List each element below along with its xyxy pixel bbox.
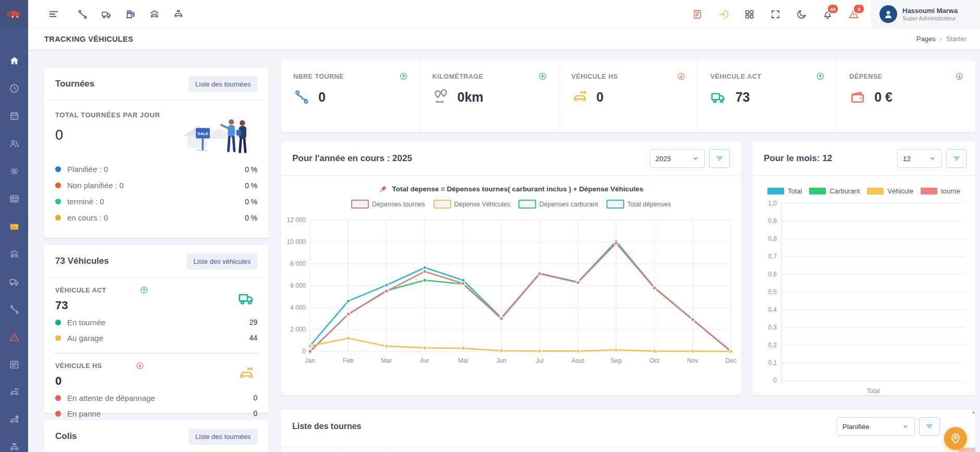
breadcrumb-section[interactable]: Pages [916, 35, 936, 43]
chart-legend-item[interactable]: Véhicule [867, 187, 913, 195]
legend-dot [55, 166, 61, 172]
alert-triangle-icon[interactable]: 3 [847, 8, 860, 20]
user-name: Hassoumi Marwa [902, 7, 958, 15]
sidebar-item-wallet-icon[interactable] [0, 216, 28, 237]
chart-legend-item[interactable]: Total [767, 187, 802, 195]
sidebar-item-alert-triangle-icon[interactable] [0, 326, 28, 347]
stat-card-nbre-tourne: NBRE TOURNE 0 [281, 60, 420, 132]
tournees-card: Tournées Liste des tournées TOTAL TOURNÉ… [44, 68, 269, 238]
chart-legend-item[interactable]: Dépense Véhicules [433, 200, 511, 209]
legend-swatch [767, 188, 784, 194]
stat-label: NBRE TOURNE [293, 73, 407, 80]
svg-text:0,6: 0,6 [768, 271, 777, 278]
year-chart-card: Pour l'année en cours : 2025 2025 Total … [281, 142, 741, 395]
vehicles-sections: VÉHICULE ACT 73 En tournée 29 Au garage … [44, 278, 269, 426]
svg-text:12 000: 12 000 [287, 216, 306, 224]
sidebar-item-gear-icon[interactable] [0, 161, 28, 181]
year-chart-title: Pour l'année en cours : 2025 [292, 153, 412, 164]
sidebar-item-calendar-icon[interactable] [0, 105, 28, 126]
status-value: 0 [253, 394, 257, 402]
tournees-legend-row: Planifiée : 0 0 % [55, 161, 257, 177]
scrollbar-up-arrow[interactable]: ▲ [971, 409, 976, 414]
user-role: Super Administrateur [902, 15, 958, 21]
tours-filter-button[interactable] [919, 417, 940, 436]
page-header: TRACKING VÉHICULES Pages › Starter [28, 28, 980, 50]
navbar-module-icons [76, 8, 184, 20]
svg-text:0,8: 0,8 [768, 235, 777, 242]
sidebar [0, 0, 28, 452]
month-select[interactable]: 12 [897, 149, 942, 168]
tournees-legend-row: Non planifiée : 0 0 % [55, 177, 257, 193]
legend-swatch [351, 200, 369, 209]
status-label: En tournée [67, 318, 105, 327]
svg-text:0,1: 0,1 [768, 359, 777, 367]
sidebar-item-users-icon[interactable] [0, 133, 28, 154]
chart-legend-item[interactable]: tourne [921, 187, 960, 195]
sidebar-item-car-clock-icon[interactable] [0, 409, 28, 430]
sidebar-item-car-wrench-icon[interactable] [0, 382, 28, 402]
truck-icon [238, 289, 255, 307]
chart-legend-item[interactable]: Total dépenses [606, 200, 671, 209]
month-filter-button[interactable] [946, 149, 967, 168]
chart-legend-item[interactable]: Carburant [809, 187, 860, 195]
legend-label: Véhicule [887, 187, 913, 195]
fuel-icon[interactable] [124, 8, 137, 20]
sidebar-item-car-siren-icon[interactable] [0, 437, 28, 452]
month-chart-legend: Total Carburant Véhicule tourne [752, 187, 975, 195]
stat-label: KILOMÉTRAGE [432, 73, 546, 80]
legend-label: Non planifiée : 0 [67, 181, 123, 190]
sidebar-item-truck-icon[interactable] [0, 271, 28, 292]
legend-label: Total [788, 187, 802, 195]
chart-legend-item[interactable]: Dépenses tournes [351, 200, 425, 209]
colis-title: Colis [55, 431, 77, 442]
year-select[interactable]: 2025 [650, 149, 705, 168]
legend-percentage: 0 % [245, 165, 257, 174]
svg-text:0: 0 [302, 348, 306, 355]
sidebar-item-id-card-icon[interactable] [0, 188, 28, 209]
car-garage-icon[interactable] [148, 8, 160, 20]
fullscreen-icon[interactable] [769, 8, 781, 20]
stat-value: 0km [457, 90, 483, 105]
tours-list-card: Liste des tournes Planifiée [281, 410, 975, 452]
tours-status-select[interactable]: Planifiée [837, 417, 915, 436]
tournees-legend-row: en cours : 0 0 % [55, 210, 257, 226]
tours-list-title: Liste des tournes [292, 422, 361, 431]
sidebar-item-route-icon[interactable] [0, 299, 28, 320]
svg-text:6 000: 6 000 [290, 282, 306, 289]
sidebar-item-news-icon[interactable] [0, 354, 28, 375]
sidebar-item-home-icon[interactable] [0, 50, 28, 71]
chevron-down-icon [929, 155, 936, 162]
app-logo[interactable] [0, 0, 28, 28]
colis-list-button[interactable]: Liste des tournées [189, 429, 257, 445]
svg-text:0,3: 0,3 [768, 324, 777, 331]
sidebar-item-car-garage-icon[interactable] [0, 243, 28, 264]
top-navbar: 443 Hassoumi Marwa Super Administrateur [28, 0, 980, 29]
tournees-list-button[interactable]: Liste des tournées [189, 76, 257, 92]
location-pin-icon [949, 432, 962, 445]
truck-logo-icon [6, 8, 22, 20]
bell-icon[interactable]: 44 [821, 8, 834, 20]
login-icon[interactable] [717, 8, 729, 20]
vehicles-list-button[interactable]: Liste des véhicules [187, 253, 257, 270]
hamburger-menu-icon[interactable] [46, 6, 61, 22]
apps-grid-icon[interactable] [743, 8, 755, 20]
route-icon[interactable] [76, 8, 89, 20]
wallet-open-icon [849, 89, 866, 105]
year-filter-button[interactable] [709, 149, 730, 168]
legend-dot [55, 320, 61, 325]
truck-icon[interactable] [100, 8, 113, 20]
user-menu[interactable]: Hassoumi Marwa Super Administrateur [871, 0, 980, 28]
map-fab-button[interactable] [944, 427, 967, 450]
legend-dot [55, 395, 61, 401]
tournees-legend-row: terminé : 0 0 % [55, 193, 257, 210]
section-label: VÉHICULE ACT [55, 286, 257, 295]
taxi-icon[interactable] [172, 8, 184, 20]
svg-text:0,5: 0,5 [768, 288, 777, 296]
svg-text:0,4: 0,4 [768, 306, 777, 313]
chart-legend-item[interactable]: Dépenses carburant [518, 200, 598, 209]
svg-text:0: 0 [773, 377, 777, 384]
vehicles-card: 73 Véhicules Liste des véhicules VÉHICUL… [44, 245, 269, 413]
moon-icon[interactable] [795, 8, 808, 20]
sidebar-item-clock-icon[interactable] [0, 78, 28, 99]
invoice-icon[interactable] [691, 8, 703, 20]
